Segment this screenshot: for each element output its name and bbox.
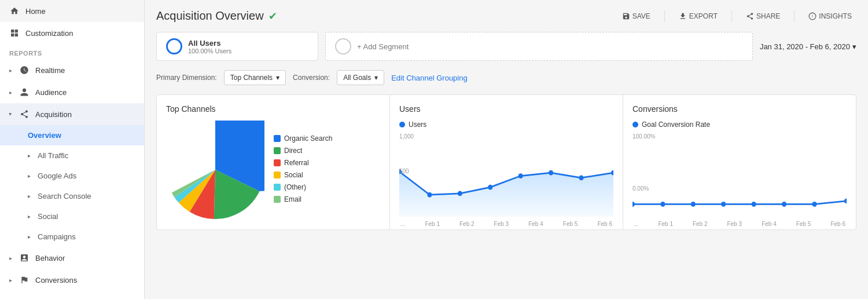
date-range-picker[interactable]: Jan 31, 2020 - Feb 6, 2020 ▾ <box>760 42 856 51</box>
svg-text:i: i <box>812 14 814 18</box>
expand-arrow-icon: ▸ <box>9 67 12 74</box>
expand-arrow-icon: ▸ <box>8 113 14 116</box>
users-legend-dot <box>399 122 405 127</box>
legend-email: Email <box>274 195 332 203</box>
sidebar-item-label: Audience <box>35 88 67 97</box>
sidebar-item-label: Google Ads <box>38 172 76 180</box>
expand-arrow-icon: ▸ <box>9 277 12 283</box>
top-channels-panel: Top Channels <box>157 95 390 229</box>
main-header: Acquisition Overview ✔ SAVE EXPORT SHARE… <box>156 9 856 23</box>
sidebar-item-social[interactable]: ▸ Social <box>0 206 144 227</box>
svg-point-7 <box>549 170 553 176</box>
primary-dimension-dropdown[interactable]: Top Channels ▾ <box>224 70 286 85</box>
sidebar-item-conversions[interactable]: ▸ Conversions <box>0 269 144 291</box>
sidebar-item-label: Campaigns <box>38 232 76 241</box>
chevron-down-icon: ▾ <box>276 74 279 82</box>
sidebar-item-audience[interactable]: ▸ Audience <box>0 81 144 103</box>
sidebar-item-acquisition[interactable]: ▸ Acquisition <box>0 103 144 125</box>
conversions-chart-title: Conversions <box>632 104 847 114</box>
users-chart-title: Users <box>399 104 613 114</box>
header-actions: SAVE EXPORT SHARE i INSIGHTS <box>617 10 856 23</box>
reports-section-label: REPORTS <box>0 44 144 59</box>
sidebar: Home Customization REPORTS ▸ Realtime ▸ … <box>0 0 145 299</box>
legend-direct: Direct <box>274 147 332 155</box>
users-x-labels: ... Feb 1 Feb 2 Feb 3 Feb 4 Feb 5 Feb 6 <box>399 221 613 227</box>
legend-color-dot <box>274 159 281 166</box>
status-check-icon: ✔ <box>269 10 277 23</box>
segment-circle-icon <box>166 38 182 54</box>
expand-arrow-icon: ▸ <box>28 152 31 159</box>
conversions-line-chart <box>632 141 847 217</box>
svg-point-17 <box>844 199 847 204</box>
all-users-segment[interactable]: All Users 100.00% Users <box>156 32 318 61</box>
svg-point-5 <box>488 185 492 190</box>
expand-arrow-icon: ▸ <box>28 173 31 179</box>
conversion-label: Conversion: <box>293 74 330 82</box>
flag-icon <box>19 275 30 285</box>
sidebar-item-campaigns[interactable]: ▸ Campaigns <box>0 227 144 247</box>
svg-point-6 <box>518 173 523 178</box>
segment-bar: All Users 100.00% Users + Add Segment Ja… <box>156 32 856 61</box>
sidebar-item-behavior[interactable]: ▸ Behavior <box>0 247 144 269</box>
svg-point-14 <box>752 202 756 207</box>
users-panel: Users Users 1,000 500 <box>390 95 623 229</box>
header-divider <box>731 10 732 22</box>
expand-arrow-icon: ▸ <box>28 193 31 199</box>
behavior-icon <box>19 253 30 263</box>
sidebar-item-overview[interactable]: Overview <box>0 125 144 145</box>
sidebar-item-label: Acquisition <box>35 110 72 119</box>
conversions-chart-area: 100.00% 0.00% ... Feb 1 F <box>632 133 847 220</box>
top-channels-title: Top Channels <box>166 104 380 114</box>
page-title: Acquisition Overview ✔ <box>156 9 277 23</box>
legend-color-dot <box>274 172 281 178</box>
primary-dimension-label: Primary Dimension: <box>156 74 217 82</box>
sidebar-item-label: Realtime <box>35 66 65 75</box>
sidebar-item-label: Overview <box>28 131 61 140</box>
svg-point-15 <box>782 202 786 207</box>
sidebar-item-search-console[interactable]: ▸ Search Console <box>0 186 144 206</box>
export-button[interactable]: EXPORT <box>674 10 722 23</box>
sidebar-item-label: Search Console <box>38 192 91 200</box>
svg-point-10 <box>632 202 635 207</box>
home-icon <box>9 6 20 16</box>
person-icon <box>19 87 30 97</box>
main-content: Acquisition Overview ✔ SAVE EXPORT SHARE… <box>145 0 868 299</box>
sidebar-item-label: Social <box>38 212 58 221</box>
sidebar-item-label: All Traffic <box>38 151 68 160</box>
chevron-down-icon: ▾ <box>852 42 856 51</box>
expand-arrow-icon: ▸ <box>9 89 12 96</box>
sidebar-item-home[interactable]: Home <box>0 0 144 22</box>
sidebar-item-google-ads[interactable]: ▸ Google Ads <box>0 166 144 186</box>
expand-arrow-icon: ▸ <box>28 234 31 240</box>
legend-organic-search: Organic Search <box>274 134 332 143</box>
header-divider <box>794 10 795 22</box>
save-button[interactable]: SAVE <box>617 10 655 23</box>
sidebar-item-realtime[interactable]: ▸ Realtime <box>0 59 144 81</box>
svg-point-4 <box>458 191 462 196</box>
legend-other: (Other) <box>274 183 332 191</box>
users-legend: Users <box>399 121 613 129</box>
edit-channel-grouping-link[interactable]: Edit Channel Grouping <box>391 74 468 82</box>
charts-area: Top Channels <box>156 94 856 230</box>
sidebar-item-label: Home <box>25 7 46 16</box>
controls-row: Primary Dimension: Top Channels ▾ Conver… <box>156 70 856 85</box>
conversions-legend-dot <box>632 122 638 127</box>
grid-icon <box>9 28 20 38</box>
users-chart-area: 1,000 500 <box>399 133 613 220</box>
add-segment-circle-icon <box>335 38 351 54</box>
sidebar-item-label: Customization <box>25 29 73 38</box>
svg-point-8 <box>579 176 583 181</box>
legend-color-dot <box>274 147 281 154</box>
pie-legend: Organic Search Direct Referral Social <box>274 134 332 206</box>
pie-chart-container: Organic Search Direct Referral Social <box>166 121 380 219</box>
svg-point-16 <box>812 202 816 207</box>
sidebar-item-customization[interactable]: Customization <box>0 22 144 44</box>
add-segment-button[interactable]: + Add Segment <box>325 32 753 61</box>
sidebar-item-all-traffic[interactable]: ▸ All Traffic <box>0 145 144 166</box>
sidebar-item-label: Conversions <box>35 276 77 285</box>
share-button[interactable]: SHARE <box>741 10 785 23</box>
conversions-panel: Conversions Goal Conversion Rate 100.00%… <box>623 95 856 229</box>
conversion-dropdown[interactable]: All Goals ▾ <box>337 70 384 85</box>
legend-color-dot <box>274 184 281 191</box>
insights-button[interactable]: i INSIGHTS <box>804 10 856 23</box>
